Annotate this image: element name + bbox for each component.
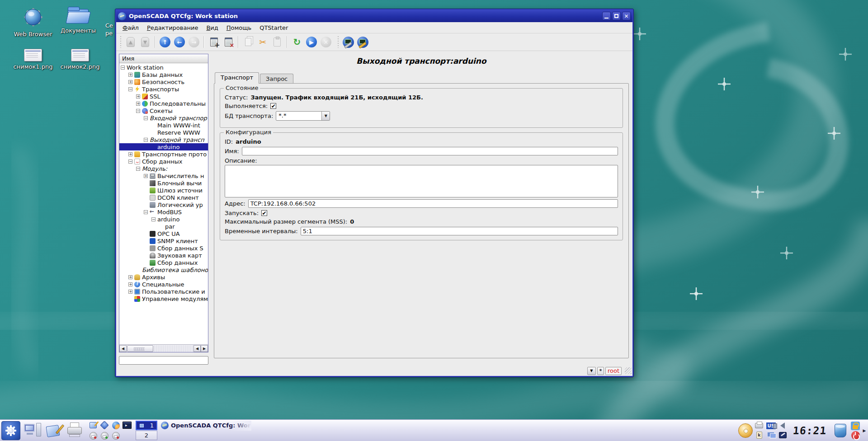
tree-item-module[interactable]: Модуль: xyxy=(119,165,208,172)
expand-icon[interactable] xyxy=(128,282,132,286)
tree-item-output-transport[interactable]: Выходной трансп xyxy=(119,136,208,143)
tree-item-transports[interactable]: Транспорты xyxy=(119,85,208,93)
collapse-icon[interactable] xyxy=(144,210,148,214)
openscada-runtime-button[interactable] xyxy=(342,36,354,48)
taskbar-clock[interactable]: 16:21 xyxy=(793,425,827,436)
expand-icon[interactable] xyxy=(144,174,148,178)
refresh-button[interactable]: ↻ xyxy=(291,36,303,48)
pager-desktop-1[interactable]: 1 xyxy=(136,421,157,430)
tree-item-data-acquisition[interactable]: Сбор данных xyxy=(119,158,208,165)
tree-item-archives[interactable]: Архивы xyxy=(119,273,208,281)
tree-item-template-library[interactable]: Библиотека шаблоно xyxy=(119,266,208,273)
go-up-button[interactable]: ↑ xyxy=(159,36,171,48)
editor-launcher[interactable] xyxy=(88,420,99,430)
expand-icon[interactable] xyxy=(128,73,132,77)
openscada-development-button[interactable] xyxy=(356,36,369,48)
save-to-db-button[interactable]: ▼ xyxy=(139,36,151,48)
desktop-icon-web-browser[interactable]: Web Browser xyxy=(8,5,58,38)
expand-icon[interactable] xyxy=(128,290,132,294)
volume-tray[interactable] xyxy=(778,421,788,430)
stop-button[interactable]: ✕ xyxy=(320,36,332,48)
collapse-icon[interactable] xyxy=(128,160,132,164)
scrollbar-thumb[interactable] xyxy=(127,345,153,352)
tab-transport[interactable]: Транспорт xyxy=(215,72,259,84)
menu-edit[interactable]: Редактирование xyxy=(143,23,202,33)
screenshot-tray[interactable] xyxy=(778,431,788,440)
start-checkbox[interactable] xyxy=(261,210,267,216)
paste-item-button[interactable] xyxy=(271,36,283,48)
print-tool-launcher[interactable] xyxy=(99,431,110,441)
app-launcher[interactable] xyxy=(99,420,110,430)
tree-item-calculator[interactable]: Вычислитель н xyxy=(119,172,208,179)
tree-item-daq-other[interactable]: Сбор данных xyxy=(119,259,208,266)
minimize-button[interactable] xyxy=(602,12,611,20)
tree-item-work-station[interactable]: Work station xyxy=(119,64,208,71)
tree-item-user-interfaces[interactable]: Пользовательские и xyxy=(119,288,208,295)
print-tool-launcher[interactable] xyxy=(110,431,121,441)
resize-grip[interactable] xyxy=(625,367,632,374)
tree-item-sound-card[interactable]: Звуковая карт xyxy=(119,252,208,259)
chevron-down-icon[interactable]: ▼ xyxy=(321,112,330,120)
start-button[interactable]: ▶ xyxy=(305,36,318,48)
collapse-icon[interactable] xyxy=(144,116,148,120)
expand-icon[interactable] xyxy=(128,152,132,156)
firefox-launcher[interactable] xyxy=(110,420,121,430)
delete-item-button[interactable] xyxy=(222,36,235,48)
lock-screen-button[interactable] xyxy=(851,422,860,430)
desktop-icon-documents[interactable]: Документы xyxy=(53,5,103,34)
tree-item-dcon-client[interactable]: DCON клиент xyxy=(119,194,208,201)
scroll-right-icon[interactable]: ▶ xyxy=(201,345,208,352)
go-back-button[interactable]: ← xyxy=(173,36,186,48)
trash-icon[interactable] xyxy=(835,424,846,437)
expand-icon[interactable] xyxy=(128,80,132,84)
show-desktop-button[interactable] xyxy=(22,422,44,439)
transport-db-select[interactable]: *.* ▼ xyxy=(276,111,330,121)
collapse-icon[interactable] xyxy=(136,167,140,171)
menu-file[interactable]: Файл xyxy=(119,23,142,33)
collapse-icon[interactable] xyxy=(136,109,140,113)
tree-item-security[interactable]: Безопасность xyxy=(119,78,208,85)
tree-item-input-transport[interactable]: Входной транспор xyxy=(119,114,208,122)
tree-item-serial[interactable]: Последовательны xyxy=(119,100,208,107)
statusbar-combo-button[interactable]: ▼ xyxy=(587,367,596,375)
expand-icon[interactable] xyxy=(136,94,140,99)
tree-item-gateway[interactable]: Шлюз источни xyxy=(119,187,208,194)
address-input[interactable] xyxy=(248,199,618,208)
scroll-left-icon[interactable]: ◀ xyxy=(193,345,201,352)
copy-item-button[interactable] xyxy=(242,36,255,48)
panel-hide-arrow[interactable]: ▶ xyxy=(862,420,867,441)
toolbar-handle[interactable] xyxy=(119,36,122,48)
tree-item-ssl[interactable]: SSL xyxy=(119,93,208,100)
shutdown-button[interactable] xyxy=(851,431,860,440)
collapse-icon[interactable] xyxy=(151,217,156,221)
desktop-icon-snapshot1[interactable]: снимок1.png xyxy=(8,49,58,70)
tree-item-specials[interactable]: Специальные xyxy=(119,281,208,288)
tree-item-reserve-www[interactable]: Reserve WWW xyxy=(119,129,208,136)
collapse-icon[interactable] xyxy=(121,66,125,70)
scroll-left-icon[interactable]: ◀ xyxy=(119,345,127,352)
name-input[interactable] xyxy=(242,147,618,155)
collapse-icon[interactable] xyxy=(144,138,148,142)
tree-item-module-management[interactable]: Управление модулям xyxy=(119,295,208,302)
terminal-launcher[interactable] xyxy=(122,420,132,430)
description-textarea[interactable] xyxy=(225,165,618,197)
statusbar-modified-button[interactable]: * xyxy=(597,367,604,375)
tree-item-siemens-daq[interactable]: Сбор данных S xyxy=(119,244,208,252)
tree-item-main-www[interactable]: Main WWW-int xyxy=(119,122,208,129)
toolbar-handle[interactable] xyxy=(337,36,340,48)
tree-item-sockets[interactable]: Сокеты xyxy=(119,107,208,114)
maximize-button[interactable] xyxy=(612,12,621,20)
go-forward-button[interactable]: → xyxy=(188,36,200,48)
task-button[interactable]: OpenSCADA QTCfg: Wor xyxy=(161,421,251,431)
menu-view[interactable]: Вид xyxy=(203,23,222,33)
titlebar[interactable]: OpenSCADA QTCfg: Work station ✕ xyxy=(116,10,632,22)
cut-item-button[interactable]: ✂ xyxy=(256,36,269,48)
tree-item-par[interactable]: par xyxy=(119,223,208,230)
tree-search-input[interactable] xyxy=(119,356,208,365)
tab-request[interactable]: Запрос xyxy=(260,74,293,84)
menu-qtstarter[interactable]: QTStarter xyxy=(256,23,292,33)
menu-help[interactable]: Помощь xyxy=(223,23,255,33)
close-button[interactable]: ✕ xyxy=(622,12,631,20)
cd-icon[interactable] xyxy=(738,423,753,438)
print-tool-launcher[interactable] xyxy=(88,431,99,441)
